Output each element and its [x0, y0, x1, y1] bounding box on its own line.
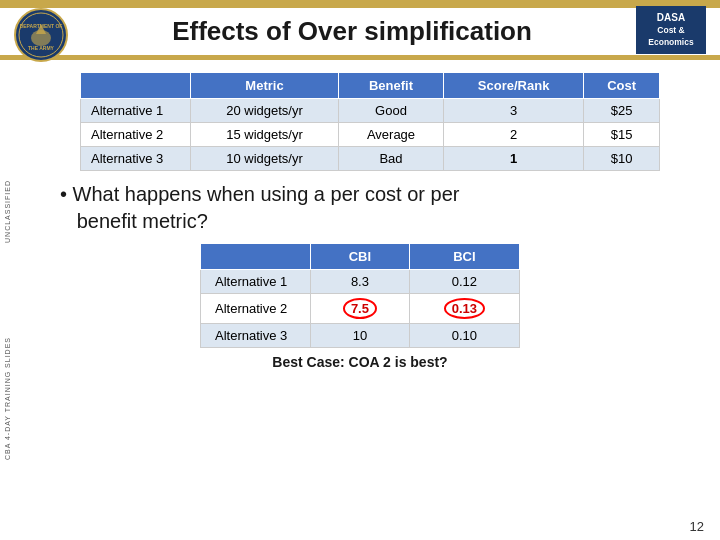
- gold-divider: [0, 55, 720, 60]
- best-case-text: Best Case: COA 2 is best?: [40, 354, 680, 370]
- table2-container: CBI BCI Alternative 1 8.3 0.12 Alternati…: [200, 243, 680, 348]
- table-row: Alternative 2 7.5 0.13: [201, 294, 520, 324]
- col-header-empty: [81, 73, 191, 99]
- bullet-text: • What happens when using a per cost or …: [60, 183, 459, 232]
- bullet-section: • What happens when using a per cost or …: [40, 171, 680, 243]
- bullet-line1: What happens when using a per cost or pe…: [73, 183, 460, 205]
- col2-header-bci: BCI: [409, 244, 519, 270]
- col2-header-empty: [201, 244, 311, 270]
- page-title: Effects of Over simplification: [172, 16, 532, 47]
- col2-header-cbi: CBI: [311, 244, 410, 270]
- table-row: Alternative 1 8.3 0.12: [201, 270, 520, 294]
- alt1-cost: $25: [584, 99, 660, 123]
- alt3-metric: 10 widgets/yr: [191, 147, 339, 171]
- alt1-benefit: Good: [339, 99, 444, 123]
- alt3-label: Alternative 3: [81, 147, 191, 171]
- page-number: 12: [690, 519, 704, 534]
- alt2-cost: $15: [584, 123, 660, 147]
- t2-alt3-cbi: 10: [311, 324, 410, 348]
- t2-alt1-cbi: 8.3: [311, 270, 410, 294]
- cbi-bci-table: CBI BCI Alternative 1 8.3 0.12 Alternati…: [200, 243, 520, 348]
- t2-alt2-bci: 0.13: [409, 294, 519, 324]
- main-content: Metric Benefit Score/Rank Cost Alternati…: [0, 64, 720, 370]
- alt2-metric: 15 widgets/yr: [191, 123, 339, 147]
- alt1-score: 3: [443, 99, 583, 123]
- circled-bci-value: 0.13: [444, 298, 485, 319]
- t2-alt3-bci: 0.10: [409, 324, 519, 348]
- alt3-cost: $10: [584, 147, 660, 171]
- col-header-benefit: Benefit: [339, 73, 444, 99]
- metrics-table: Metric Benefit Score/Rank Cost Alternati…: [80, 72, 660, 171]
- table-row: Alternative 2 15 widgets/yr Average 2 $1…: [81, 123, 660, 147]
- table1-container: Metric Benefit Score/Rank Cost Alternati…: [40, 72, 680, 171]
- alt2-score: 2: [443, 123, 583, 147]
- col-header-metric: Metric: [191, 73, 339, 99]
- alt1-metric: 20 widgets/yr: [191, 99, 339, 123]
- t2-alt2-cbi: 7.5: [311, 294, 410, 324]
- alt2-label: Alternative 2: [81, 123, 191, 147]
- alt3-benefit: Bad: [339, 147, 444, 171]
- top-gold-bar: [0, 0, 720, 8]
- alt1-label: Alternative 1: [81, 99, 191, 123]
- circled-cbi-value: 7.5: [343, 298, 377, 319]
- table2-header-row: CBI BCI: [201, 244, 520, 270]
- cba-training-label: CBA 4-DAY TRAINING SLIDES: [4, 337, 11, 460]
- col-header-score: Score/Rank: [443, 73, 583, 99]
- t2-alt3-label: Alternative 3: [201, 324, 311, 348]
- table-row: Alternative 1 20 widgets/yr Good 3 $25: [81, 99, 660, 123]
- t2-alt1-bci: 0.12: [409, 270, 519, 294]
- bullet-line2: benefit metric?: [77, 210, 208, 232]
- unclassified-label: UNCLASSIFIED: [4, 180, 11, 243]
- table-row: Alternative 3 10 0.10: [201, 324, 520, 348]
- t2-alt2-label: Alternative 2: [201, 294, 311, 324]
- header: Effects of Over simplification: [0, 8, 720, 51]
- col-header-cost: Cost: [584, 73, 660, 99]
- table-row: Alternative 3 10 widgets/yr Bad 1 $10: [81, 147, 660, 171]
- alt2-benefit: Average: [339, 123, 444, 147]
- t2-alt1-label: Alternative 1: [201, 270, 311, 294]
- alt3-score: 1: [443, 147, 583, 171]
- table1-header-row: Metric Benefit Score/Rank Cost: [81, 73, 660, 99]
